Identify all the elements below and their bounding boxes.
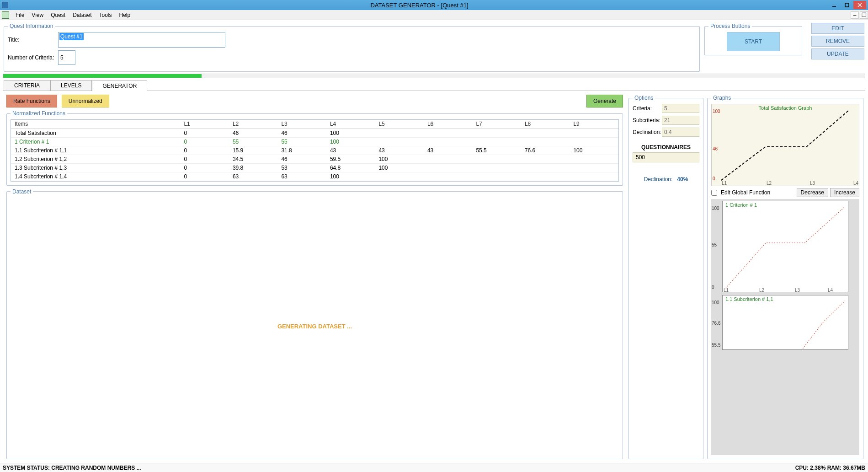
table-row[interactable]: 1.3 Subcriterion # 1,3039.85364.8100: [11, 163, 618, 172]
menu-tools[interactable]: Tools: [96, 11, 116, 19]
update-button[interactable]: UPDATE: [811, 48, 864, 59]
mdi-restore-icon[interactable]: ❐: [860, 11, 868, 19]
edit-global-label: Edit Global Function: [721, 189, 770, 196]
title-label: Title:: [8, 37, 58, 43]
graphs-legend: Graphs: [711, 95, 733, 101]
tab-levels[interactable]: LEVELS: [50, 80, 92, 91]
options-fieldset: Options Criteria: 5 Subcriteria: 21 Decl…: [628, 95, 703, 459]
status-left: SYSTEM STATUS: CREATING RANDOM NUMBERS .…: [3, 465, 141, 471]
quest-info-legend: Quest Information: [8, 23, 55, 29]
document-icon: [2, 11, 9, 19]
start-button[interactable]: START: [727, 32, 780, 51]
opt-declination-val: 0.4: [662, 128, 699, 137]
options-legend: Options: [633, 95, 655, 101]
tab-generator[interactable]: GENERATOR: [92, 80, 147, 91]
opt-subcriteria-val: 21: [662, 116, 699, 125]
progress-bar: [3, 74, 865, 78]
generate-button[interactable]: Generate: [586, 95, 623, 107]
opt-criteria-val: 5: [662, 104, 699, 113]
decrease-button[interactable]: Decrease: [797, 188, 828, 197]
edit-global-checkbox[interactable]: [711, 190, 717, 196]
opt-declination-label: Declination:: [633, 129, 662, 135]
process-fieldset: Process Buttons START: [704, 23, 802, 55]
edit-button[interactable]: EDIT: [811, 23, 864, 34]
col-header: L8: [521, 120, 570, 129]
menu-view[interactable]: View: [28, 11, 47, 19]
table-row[interactable]: 1.2 Subcriterion # 1,2034.54659.5100: [11, 155, 618, 163]
mini-charts-scroll[interactable]: 1 Criterion # 1 100 55 0 L1 L2 L3 L4 1.1: [711, 199, 859, 455]
menu-help[interactable]: Help: [116, 11, 134, 19]
criteria-count-input[interactable]: [58, 50, 75, 65]
col-header: L5: [375, 120, 424, 129]
minimize-button[interactable]: [828, 1, 841, 9]
questionnaires-input[interactable]: [633, 152, 699, 162]
col-header: L4: [326, 120, 375, 129]
normalized-table: ItemsL1L2L3L4L5L6L7L8L9 Total Satisfacti…: [11, 120, 618, 181]
maximize-button[interactable]: [841, 1, 853, 9]
quest-info-fieldset: Quest Information Title: Quest #1 Number…: [4, 23, 700, 72]
col-header: Items: [11, 120, 180, 129]
graphs-fieldset: Graphs Total Satisfaction Graph 100 46 0…: [707, 95, 863, 459]
menu-file[interactable]: File: [12, 11, 28, 19]
decl2-label: Declination:: [644, 176, 673, 182]
rate-functions-button[interactable]: Rate Functions: [6, 95, 57, 107]
table-row[interactable]: 1 Criterion # 105555100: [11, 137, 618, 146]
mini-chart-criterion1: 1 Criterion # 1 100 55 0 L1 L2 L3 L4: [722, 201, 848, 292]
total-satisfaction-chart: Total Satisfaction Graph 100 46 0 L1 L2 …: [711, 104, 859, 186]
normalized-fieldset: Normalized Functions ItemsL1L2L3L4L5L6L7…: [6, 110, 623, 186]
questionnaires-label: QUESTIONNAIRES: [633, 144, 699, 150]
process-legend: Process Buttons: [708, 23, 752, 29]
close-button[interactable]: [853, 1, 866, 9]
col-header: L9: [570, 120, 618, 129]
col-header: L2: [229, 120, 278, 129]
table-row[interactable]: Total Satisfaction04646100: [11, 129, 618, 137]
unnormalized-button[interactable]: Unnormalized: [62, 95, 109, 107]
generating-msg: GENERATING DATASET ...: [277, 323, 352, 330]
tab-criteria[interactable]: CRITERIA: [4, 80, 50, 91]
window-title: DATASET GENERATOR - [Quest #1]: [11, 2, 828, 9]
col-header: L3: [277, 120, 326, 129]
titlebar: DATASET GENERATOR - [Quest #1]: [0, 0, 868, 10]
remove-button[interactable]: REMOVE: [811, 36, 864, 47]
app-icon: [2, 2, 8, 8]
normalized-legend: Normalized Functions: [11, 110, 67, 117]
menu-quest[interactable]: Quest: [47, 11, 69, 19]
menu-dataset[interactable]: Dataset: [69, 11, 95, 19]
col-header: L1: [180, 120, 229, 129]
menubar: File View Quest Dataset Tools Help – ❐: [0, 10, 868, 20]
svg-rect-1: [845, 3, 849, 7]
opt-criteria-label: Criteria:: [633, 105, 662, 112]
dataset-fieldset: Dataset GENERATING DATASET ...: [6, 188, 623, 460]
decl2-val: 40%: [677, 176, 688, 182]
mini-chart-subcriterion11: 1.1 Subcriterion # 1,1 100 76.6 55.5: [722, 295, 848, 350]
table-row[interactable]: 1.1 Subcriterion # 1,1015.931.843434355.…: [11, 146, 618, 155]
table-row[interactable]: 1.4 Subcriterion # 1,406363100: [11, 172, 618, 181]
status-right: CPU: 2.38% RAM: 36.67MB: [795, 465, 865, 471]
col-header: L7: [472, 120, 521, 129]
col-header: L6: [424, 120, 473, 129]
criteria-count-label: Number of Criteria:: [8, 54, 58, 61]
increase-button[interactable]: Increase: [830, 188, 859, 197]
dataset-legend: Dataset: [11, 188, 33, 195]
opt-subcriteria-label: Subcriteria:: [633, 117, 662, 123]
mdi-min-icon[interactable]: –: [851, 11, 859, 19]
normalized-table-scroll[interactable]: ItemsL1L2L3L4L5L6L7L8L9 Total Satisfacti…: [11, 119, 619, 182]
status-bar: SYSTEM STATUS: CREATING RANDOM NUMBERS .…: [0, 463, 868, 472]
title-input[interactable]: Quest #1: [58, 32, 225, 48]
